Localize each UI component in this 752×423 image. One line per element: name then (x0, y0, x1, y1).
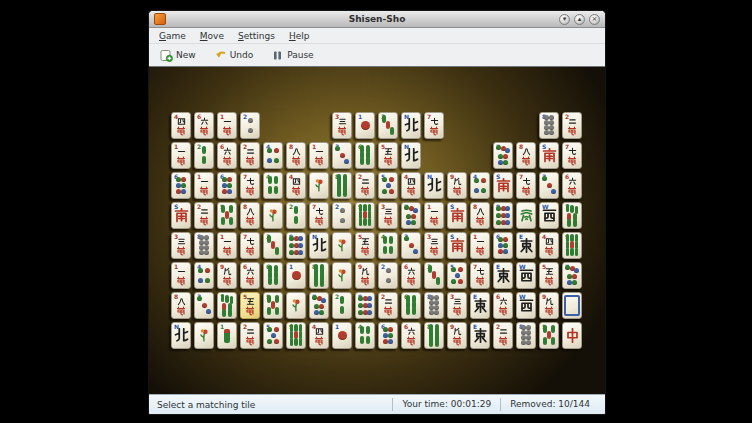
tile-p8[interactable]: 8 (423, 291, 446, 321)
tile-s8[interactable]: 8 (331, 171, 354, 201)
tile-m2[interactable]: 2 (354, 171, 377, 201)
tile-m1[interactable]: 1 (308, 141, 331, 171)
tile-m6[interactable]: 6 (400, 261, 423, 291)
tile-fl[interactable] (262, 201, 285, 231)
tile-p6[interactable]: 6 (170, 171, 193, 201)
tile-s2[interactable]: 2 (331, 291, 354, 321)
tile-wW[interactable]: W (515, 291, 538, 321)
tile-p4[interactable]: 4 (469, 171, 492, 201)
tile-m8[interactable]: 8 (239, 201, 262, 231)
tile-m3[interactable]: 3 (423, 231, 446, 261)
menu-item-settings[interactable]: Settings (232, 30, 281, 42)
tile-m1[interactable]: 1 (423, 201, 446, 231)
tile-wW[interactable]: W (515, 261, 538, 291)
tile-m7[interactable]: 7 (239, 231, 262, 261)
tile-m1[interactable]: 1 (193, 171, 216, 201)
new-button[interactable]: New (155, 46, 201, 65)
tile-wN[interactable]: N (400, 111, 423, 141)
tile-s1[interactable]: 1 (216, 321, 239, 351)
tile-s3[interactable]: 3 (423, 261, 446, 291)
tile-m7[interactable]: 7 (515, 171, 538, 201)
tile-m8[interactable]: 8 (515, 141, 538, 171)
tile-s4[interactable]: 4 (354, 321, 377, 351)
tile-m2[interactable]: 2 (377, 291, 400, 321)
tile-p1[interactable]: 1 (331, 321, 354, 351)
tile-m7[interactable]: 7 (423, 111, 446, 141)
tile-p7[interactable]: 7 (400, 201, 423, 231)
tile-m2[interactable]: 2 (193, 201, 216, 231)
tile-s2[interactable]: 2 (193, 141, 216, 171)
tile-p7[interactable]: 7 (308, 291, 331, 321)
tile-m7[interactable]: 7 (561, 141, 584, 171)
tile-p3[interactable]: 3 (193, 291, 216, 321)
tile-p3[interactable]: 3 (400, 231, 423, 261)
tile-s4[interactable]: 4 (377, 231, 400, 261)
tile-m6[interactable]: 6 (492, 291, 515, 321)
tile-wS[interactable]: S (538, 141, 561, 171)
tile-wW[interactable]: W (538, 201, 561, 231)
tile-s5[interactable]: 5 (262, 291, 285, 321)
tile-m3[interactable]: 3 (377, 201, 400, 231)
tile-s8[interactable]: 8 (308, 261, 331, 291)
tile-wE[interactable]: E (469, 291, 492, 321)
tile-s7[interactable]: 7 (216, 291, 239, 321)
tile-p4[interactable]: 4 (193, 261, 216, 291)
tile-fl[interactable] (308, 171, 331, 201)
tile-p1[interactable]: 1 (285, 261, 308, 291)
tile-s6[interactable]: 6 (262, 261, 285, 291)
tile-m5[interactable]: 5 (377, 141, 400, 171)
tile-p1[interactable]: 1 (354, 111, 377, 141)
tile-fl[interactable] (285, 291, 308, 321)
tile-s4[interactable]: 4 (262, 171, 285, 201)
tile-s9[interactable]: 9 (561, 231, 584, 261)
tile-m4[interactable]: 4 (400, 171, 423, 201)
tile-m9[interactable]: 9 (538, 291, 561, 321)
tile-m9[interactable]: 9 (446, 321, 469, 351)
tile-fl[interactable] (331, 231, 354, 261)
tile-m2[interactable]: 2 (239, 321, 262, 351)
pause-button[interactable]: Pause (266, 46, 318, 65)
tile-wN[interactable]: N (423, 171, 446, 201)
tile-m7[interactable]: 7 (308, 201, 331, 231)
tile-m6[interactable]: 6 (561, 171, 584, 201)
tile-p5[interactable]: 5 (262, 321, 285, 351)
tile-p5[interactable]: 5 (377, 171, 400, 201)
tile-m7[interactable]: 7 (239, 171, 262, 201)
titlebar[interactable]: Shisen-Sho ▾ ▴ × (149, 11, 605, 28)
tile-wE[interactable]: E (492, 261, 515, 291)
tile-m6[interactable]: 6 (216, 141, 239, 171)
tile-s2[interactable]: 2 (285, 201, 308, 231)
tile-s9[interactable]: 9 (285, 321, 308, 351)
tile-s6[interactable]: 6 (400, 291, 423, 321)
tile-m5[interactable]: 5 (239, 291, 262, 321)
tile-s5[interactable]: 5 (216, 201, 239, 231)
tile-p9[interactable]: 9 (354, 291, 377, 321)
tile-m5[interactable]: 5 (538, 261, 561, 291)
menu-item-help[interactable]: Help (283, 30, 316, 42)
tile-m4[interactable]: 4 (538, 231, 561, 261)
tile-m2[interactable]: 2 (492, 321, 515, 351)
tile-p5[interactable]: 5 (446, 261, 469, 291)
maximize-button[interactable]: ▴ (574, 14, 585, 25)
close-button[interactable]: × (589, 14, 600, 25)
tile-p9[interactable]: 9 (285, 231, 308, 261)
undo-button[interactable]: Undo (209, 46, 259, 65)
tile-m8[interactable]: 8 (170, 291, 193, 321)
tile-m8[interactable]: 8 (469, 201, 492, 231)
tile-wN[interactable]: N (400, 141, 423, 171)
tile-s8[interactable]: 8 (423, 321, 446, 351)
tile-m6[interactable]: 6 (400, 321, 423, 351)
tile-wS[interactable]: S (170, 201, 193, 231)
tile-m9[interactable]: 9 (446, 171, 469, 201)
tile-m2[interactable]: 2 (239, 141, 262, 171)
menu-item-move[interactable]: Move (194, 30, 230, 42)
tile-p6[interactable]: 6 (492, 231, 515, 261)
tile-m9[interactable]: 9 (354, 261, 377, 291)
tile-wS[interactable]: S (492, 171, 515, 201)
tile-p8[interactable]: 8 (538, 111, 561, 141)
tile-m8[interactable]: 8 (285, 141, 308, 171)
minimize-button[interactable]: ▾ (559, 14, 570, 25)
tile-p8[interactable]: 8 (515, 321, 538, 351)
tile-m1[interactable]: 1 (216, 231, 239, 261)
tile-wE[interactable]: E (469, 321, 492, 351)
